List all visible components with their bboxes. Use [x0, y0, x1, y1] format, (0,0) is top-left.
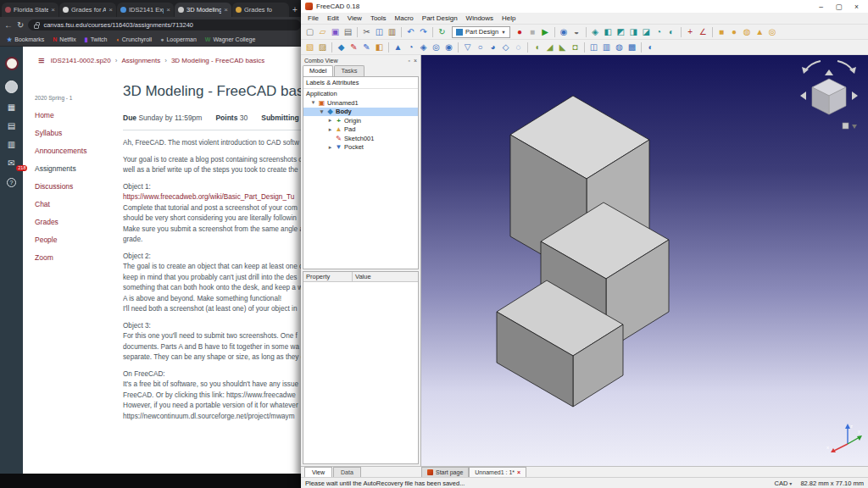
macro-stop-icon[interactable]: ■ [526, 25, 539, 38]
tab-start-page[interactable]: Start page [421, 467, 469, 477]
revolution-icon[interactable]: ◔ [404, 41, 417, 53]
mirrored-icon[interactable]: ◫ [587, 41, 600, 53]
tab-close-icon[interactable]: × [108, 6, 113, 14]
bookmark-wagner-college[interactable]: W Wagner College [205, 36, 256, 42]
left-view-icon[interactable]: ◐ [665, 25, 678, 38]
undo-icon[interactable]: ↶ [404, 25, 417, 38]
linear-pattern-icon[interactable]: ▥ [600, 41, 613, 53]
account-avatar[interactable] [5, 80, 18, 93]
bookmark-netflix[interactable]: N Netflix [53, 36, 76, 42]
draw-style-icon[interactable]: ◒ [570, 25, 583, 38]
part-cylinder-icon[interactable]: ● [728, 25, 741, 38]
breadcrumb-course[interactable]: IDS2141-0002.sp20 [51, 57, 111, 64]
navigation-style-selector[interactable]: CAD ▾ [775, 480, 793, 487]
browser-tab-3d-modeling[interactable]: 3D Modeling × [175, 3, 231, 17]
pad-icon[interactable]: ▲ [392, 41, 404, 53]
part-torus-icon[interactable]: ◎ [766, 25, 779, 38]
hole-icon[interactable]: ○ [474, 41, 487, 53]
courses-icon[interactable]: ▤ [8, 122, 15, 130]
part-cone-icon[interactable]: ▲ [754, 25, 766, 38]
help-icon[interactable]: ? [7, 178, 16, 187]
front-view-icon[interactable]: ◧ [602, 25, 615, 38]
subtractive-loft-icon[interactable]: ◇ [499, 41, 512, 53]
browser-tab-ids2141[interactable]: IDS2141 Expl × [117, 3, 174, 17]
minimize-button[interactable]: – [814, 3, 828, 11]
breadcrumb-assignments[interactable]: Assignments [121, 57, 160, 64]
additive-pipe-icon[interactable]: ◎ [430, 41, 442, 53]
map-sketch-icon[interactable]: ◧ [373, 41, 386, 53]
bookmark-crunchyroll[interactable]: ◖ Crunchyroll [116, 36, 153, 42]
menu-macro[interactable]: Macro [391, 14, 418, 22]
menu-edit[interactable]: Edit [323, 14, 343, 22]
sidebar-item-people[interactable]: People [35, 236, 118, 244]
redo-icon[interactable]: ↷ [417, 25, 430, 38]
property-list[interactable] [303, 282, 418, 463]
tab-close-icon[interactable]: × [51, 6, 55, 14]
draft-icon[interactable]: ◣ [556, 41, 569, 53]
bookmark-twitch[interactable]: ▮ Twitch [85, 36, 108, 43]
tab-close-icon[interactable]: × [166, 6, 170, 14]
sidebar-item-zoom[interactable]: Zoom [35, 253, 118, 262]
boolean-operation-icon[interactable]: ◐ [644, 41, 657, 53]
isometric-view-icon[interactable]: ◈ [589, 25, 602, 38]
caret-icon[interactable]: ▸ [327, 126, 333, 133]
caret-icon[interactable]: ▾ [319, 108, 325, 115]
refresh-icon[interactable]: ↻ [436, 25, 448, 38]
browser-tab-grades[interactable]: Grades for Ali × [59, 3, 116, 17]
menu-file[interactable]: File [303, 14, 323, 22]
sidebar-item-home[interactable]: Home [35, 111, 118, 119]
sidebar-item-discussions[interactable]: Discussions [35, 182, 118, 191]
fsu-logo[interactable] [5, 57, 19, 70]
part-box-icon[interactable]: ■ [715, 25, 728, 38]
tree-item-body[interactable]: ▾ ◆ Body [303, 108, 418, 117]
menu-tools[interactable]: Tools [366, 14, 391, 22]
close-panel-icon[interactable]: × [414, 58, 417, 64]
tab-data[interactable]: Data [333, 467, 361, 477]
maximize-button[interactable]: ▢ [832, 3, 846, 11]
top-view-icon[interactable]: ◩ [615, 25, 627, 38]
browser-tab-grades-2[interactable]: Grades fo [232, 3, 289, 17]
refresh-icon[interactable]: ↻ [17, 21, 24, 30]
right-view-icon[interactable]: ◨ [627, 25, 640, 38]
url-bar[interactable]: canvas.fsu.edu/courses/116403/assignment… [28, 19, 301, 30]
polar-pattern-icon[interactable]: ◍ [613, 41, 626, 53]
close-button[interactable]: × [849, 3, 864, 11]
sidebar-item-chat[interactable]: Chat [35, 200, 118, 208]
sidebar-item-announcements[interactable]: Announcements [35, 147, 118, 155]
tree-item-pad[interactable]: ▸ ▲ Pad [303, 125, 418, 135]
tab-view[interactable]: View [304, 467, 332, 477]
navigation-cube[interactable] [795, 57, 863, 133]
undock-icon[interactable]: ▫ [408, 58, 409, 64]
chamfer-icon[interactable]: ◢ [543, 41, 556, 53]
create-sketch-icon[interactable]: ✎ [348, 41, 360, 53]
freecad-title-bar[interactable]: FreeCAD 0.18 – ▢ × [301, 0, 868, 13]
tab-unnamed1-document[interactable]: Unnamed1 : 1* × [469, 467, 526, 477]
print-icon[interactable]: ▤ [342, 25, 354, 38]
open-file-icon[interactable]: ▱ [316, 25, 329, 38]
macro-play-icon[interactable]: ▶ [539, 25, 552, 38]
bookmark-bookmarks[interactable]: ★ Bookmarks [7, 36, 44, 43]
macro-record-icon[interactable]: ● [514, 25, 526, 38]
sidebar-item-syllabus[interactable]: Syllabus [35, 129, 118, 137]
additive-loft-icon[interactable]: ◈ [417, 41, 430, 53]
fit-all-icon[interactable]: ◉ [558, 25, 570, 38]
edit-sketch-icon[interactable]: ✎ [360, 41, 373, 53]
copy-icon[interactable]: ◫ [373, 25, 386, 38]
body-link[interactable]: https://www.freecadweb.org/wiki/Basic_Pa… [123, 192, 305, 203]
create-part-icon[interactable]: ▧ [303, 41, 316, 53]
tab-tasks[interactable]: Tasks [334, 65, 364, 76]
tab-close-icon[interactable]: × [224, 6, 228, 14]
tree-item-sketch001[interactable]: ✎ Sketch001 [303, 134, 418, 143]
tree-item-pocket[interactable]: ▸ ▼ Pocket [303, 143, 418, 152]
taskbar[interactable] [0, 474, 301, 488]
part-sphere-icon[interactable]: ◍ [741, 25, 754, 38]
3d-viewport[interactable]: z y x [421, 55, 868, 466]
caret-icon[interactable]: ▸ [327, 117, 333, 124]
bookmark-looperman[interactable]: ● Looperman [160, 36, 197, 42]
measure-angle-icon[interactable]: ∠ [697, 25, 709, 38]
sidebar-item-assignments[interactable]: Assignments [35, 164, 118, 173]
thickness-icon[interactable]: ◘ [569, 41, 581, 53]
browser-tab-florida-state[interactable]: Florida State × [2, 3, 58, 17]
menu-windows[interactable]: Windows [462, 14, 498, 22]
tree-item-origin[interactable]: ▸ + Origin [303, 116, 418, 125]
